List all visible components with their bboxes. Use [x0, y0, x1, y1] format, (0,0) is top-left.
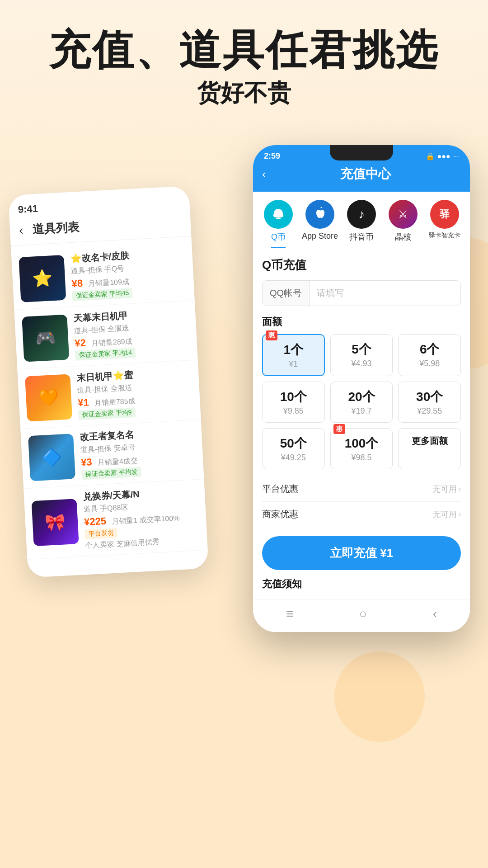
lock-icon: 🔒 [426, 152, 435, 160]
denom-1[interactable]: 惠 1个 ¥1 [262, 334, 325, 376]
item-thumb-1 [19, 255, 66, 302]
tab-qb[interactable]: Q币 [258, 200, 299, 248]
item-info-3: 末日机甲⭐蜜 道具-担保 全服送 ¥1 月销量785成 保证金卖家 平均9 [76, 366, 193, 420]
apple-icon [312, 206, 328, 222]
denom-price-1: ¥1 [267, 359, 319, 369]
tab-appstore-label: App Store [302, 231, 338, 245]
denom-more-label: 更多面额 [403, 435, 456, 447]
denom-5[interactable]: 5个 ¥4.93 [330, 334, 393, 376]
tab-douyin-icon: ♪ [347, 200, 376, 229]
tab-appstore-icon [305, 200, 334, 229]
tab-junka-label: 驿卡智充卡 [429, 231, 460, 244]
denom-num-1: 1个 [267, 341, 319, 359]
item-info-5: 兑换券/天幕/N 道具 手Q88区 ¥225 月销量1 成交率100% 平台发货… [83, 485, 201, 551]
fg-header-title: 充值中心 [271, 165, 461, 183]
platform-discount-arrow: › [459, 485, 461, 493]
more-icon: ··· [453, 152, 459, 160]
tab-jinghe-icon: ⚔ [389, 200, 418, 229]
denom-num-6: 6个 [403, 341, 456, 358]
nav-menu-icon[interactable]: ≡ [286, 607, 293, 621]
notice-title: 充值须知 [262, 577, 461, 591]
list-item[interactable]: 末日机甲⭐蜜 道具-担保 全服送 ¥1 月销量785成 保证金卖家 平均9 [17, 360, 201, 429]
tab-junka[interactable]: 驿 驿卡智充卡 [424, 200, 465, 248]
item-thumb-4 [28, 434, 75, 481]
svg-rect-3 [276, 218, 281, 219]
item-tag-2: 保证金卖家 平均14 [75, 348, 136, 361]
denom-30[interactable]: 30个 ¥29.55 [398, 382, 461, 423]
denom-num-50: 50个 [267, 435, 320, 452]
denom-num-100: 100个 [335, 435, 388, 452]
item-tag-3: 保证金卖家 平均9 [78, 407, 136, 420]
left-toolbar-title: 道具列表 [32, 219, 80, 237]
denom-num-10: 10个 [267, 388, 320, 406]
tab-jinghe[interactable]: ⚔ 晶核 [382, 200, 424, 248]
platform-discount-val: 无可用 › [432, 484, 461, 495]
tab-bar: Q币 App Store ♪ 抖音币 [253, 192, 470, 248]
item-thumb-2 [22, 314, 69, 362]
qq-input-row: QQ帐号 请填写 [262, 280, 461, 306]
junka-symbol: 驿 [440, 208, 450, 221]
blob-decoration-bottom [334, 651, 425, 742]
platform-discount-row[interactable]: 平台优惠 无可用 › [262, 476, 461, 502]
hero-subtitle: 货好不贵 [18, 77, 470, 109]
tab-jinghe-label: 晶核 [395, 231, 411, 247]
input-field[interactable]: 请填写 [310, 281, 460, 306]
qq-icon [270, 206, 286, 222]
right-phone: 2:59 🔒 ●●● ··· ‹ 充值中心 [253, 145, 470, 632]
list-item[interactable]: 改王者复名名 道具-担保 安卓号 ¥3 月销量4成交 保证金卖家 平均发 [20, 420, 204, 489]
merchant-discount-row[interactable]: 商家优惠 无可用 › [262, 502, 461, 527]
item-tag-1: 保证金卖家 平均45 [72, 288, 132, 301]
denom-price-50: ¥49.25 [267, 453, 320, 462]
hero-section: 充值、道具任君挑选 货好不贵 [0, 0, 488, 118]
tab-qb-label: Q币 [271, 231, 286, 248]
bottom-nav: ≡ ○ ‹ [253, 599, 470, 632]
charge-button[interactable]: 立即充值 ¥1 [262, 536, 461, 570]
left-phone: 9:41 ‹ 道具列表 ⭐改名卡/皮肤 道具-担保 手Q号 ¥8 月销量109成… [8, 186, 209, 578]
denom-label: 面额 [262, 315, 461, 329]
denom-100[interactable]: 惠 100个 ¥98.5 [330, 428, 393, 469]
fg-header: ‹ 充值中心 [253, 161, 470, 192]
denom-price-6: ¥5.98 [403, 359, 456, 368]
item-tag5a: 平台发货 [84, 528, 117, 540]
svg-point-1 [273, 213, 277, 217]
input-label: QQ帐号 [263, 281, 310, 306]
jinghe-symbol: ⚔ [398, 208, 408, 221]
item-list: ⭐改名卡/皮肤 道具-担保 手Q号 ¥8 月销量109成 保证金卖家 平均45 … [11, 236, 208, 564]
nav-home-icon[interactable]: ○ [359, 607, 367, 621]
tab-appstore[interactable]: App Store [299, 200, 341, 248]
merchant-discount-arrow: › [459, 510, 461, 519]
denom-price-30: ¥29.55 [403, 406, 456, 416]
left-back-arrow[interactable]: ‹ [19, 223, 23, 237]
hui-badge-100: 惠 [333, 424, 345, 434]
denom-num-20: 20个 [335, 388, 388, 406]
phone-notch [330, 145, 393, 160]
denom-more[interactable]: 更多面额 [398, 428, 461, 469]
tab-douyin[interactable]: ♪ 抖音币 [341, 200, 382, 248]
denom-grid: 惠 1个 ¥1 5个 ¥4.93 6个 ¥5.98 10个 ¥9.85 [262, 334, 461, 469]
nav-back-icon[interactable]: ‹ [433, 607, 437, 621]
fg-time: 2:59 [264, 151, 280, 161]
denom-20[interactable]: 20个 ¥19.7 [330, 382, 393, 423]
svg-point-2 [280, 213, 283, 217]
denom-price-5: ¥4.93 [335, 359, 388, 368]
denom-10[interactable]: 10个 ¥9.85 [262, 382, 325, 423]
douyin-symbol: ♪ [358, 207, 365, 222]
fg-back-button[interactable]: ‹ [262, 167, 266, 181]
denom-num-30: 30个 [403, 388, 456, 406]
item-thumb-5 [32, 499, 79, 546]
list-item[interactable]: ⭐改名卡/皮肤 道具-担保 手Q号 ¥8 月销量109成 保证金卖家 平均45 [11, 241, 194, 310]
denom-50[interactable]: 50个 ¥49.25 [262, 428, 325, 469]
hero-title: 充值、道具任君挑选 [18, 27, 470, 73]
item-info-2: 天幕末日机甲 道具-担保 全服送 ¥2 月销量289成 保证金卖家 平均14 [73, 307, 190, 361]
item-tag-4: 保证金卖家 平均发 [81, 467, 141, 480]
platform-discount-label: 平台优惠 [262, 483, 298, 495]
signal-icon: ●●● [437, 152, 450, 160]
list-item[interactable]: 兑换券/天幕/N 道具 手Q88区 ¥225 月销量1 成交率100% 平台发货… [23, 479, 208, 560]
denom-price-100: ¥98.5 [335, 453, 388, 462]
left-time: 9:41 [18, 203, 38, 215]
tab-qb-icon [264, 200, 293, 229]
tab-douyin-label: 抖音币 [349, 231, 374, 247]
list-item[interactable]: 天幕末日机甲 道具-担保 全服送 ¥2 月销量289成 保证金卖家 平均14 [14, 301, 197, 370]
denom-6[interactable]: 6个 ¥5.98 [398, 334, 461, 376]
denom-num-5: 5个 [335, 341, 388, 358]
